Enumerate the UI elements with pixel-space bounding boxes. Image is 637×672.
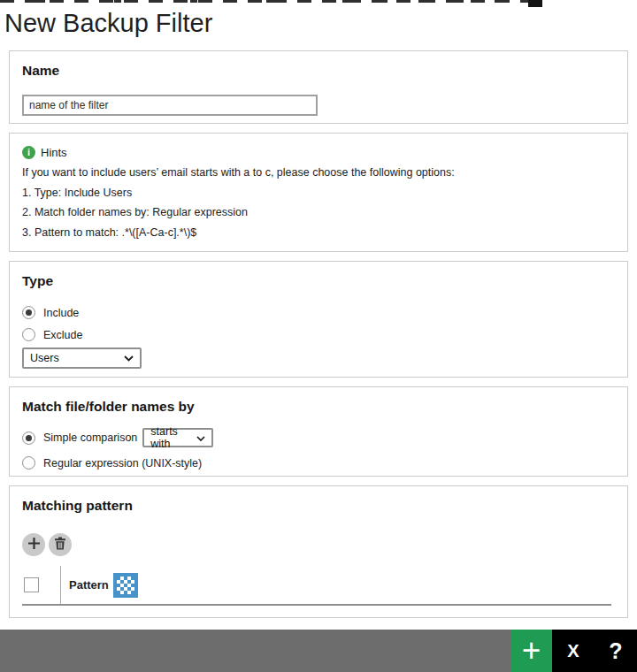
trash-icon	[54, 537, 66, 553]
clipped-content-strip	[0, 0, 541, 3]
hint-line: 1. Type: Include Users	[22, 187, 615, 199]
type-section: Type Include Exclude Users	[9, 261, 628, 378]
footer-close-button[interactable]: X	[560, 630, 587, 672]
simple-comparison-label: Simple comparison	[43, 431, 137, 444]
regular-expression-label: Regular expression (UNIX-style)	[43, 457, 202, 470]
footer-add-button[interactable]: +	[510, 630, 552, 672]
radio-unselected-icon	[22, 456, 35, 470]
footer-bar: + X ?	[0, 630, 637, 672]
radio-unselected-icon	[22, 328, 35, 341]
checkered-pattern-icon	[113, 573, 138, 598]
match-names-section: Match file/folder names by Simple compar…	[9, 386, 628, 477]
matching-pattern-heading: Matching pattern	[22, 498, 615, 514]
comparison-select-value: starts with	[150, 425, 196, 450]
select-all-checkbox[interactable]	[24, 577, 39, 592]
delete-pattern-button[interactable]	[49, 533, 72, 556]
pattern-column-header: Pattern	[69, 578, 109, 592]
chevron-down-icon	[124, 352, 134, 364]
add-pattern-button[interactable]	[22, 533, 45, 556]
form-sections: Name i Hints If you want to include user…	[0, 50, 637, 618]
pattern-toolbar	[22, 533, 615, 556]
matching-pattern-section: Matching pattern	[9, 485, 628, 618]
radio-exclude[interactable]: Exclude	[22, 328, 615, 341]
plus-icon	[27, 537, 41, 553]
chevron-down-icon	[196, 431, 205, 444]
hints-header: i Hints	[22, 146, 615, 159]
hints-heading: Hints	[41, 146, 67, 159]
type-target-select-value: Users	[30, 352, 59, 364]
match-section-heading: Match file/folder names by	[22, 399, 615, 415]
pattern-table-header-row: Pattern	[22, 566, 611, 606]
footer-black-group: X ?	[552, 630, 637, 672]
comparison-select[interactable]: starts with	[142, 428, 213, 447]
radio-include-label: Include	[43, 307, 79, 319]
radio-regular-expression[interactable]: Regular expression (UNIX-style)	[22, 456, 615, 470]
name-section: Name	[9, 50, 628, 124]
footer-help-button[interactable]: ?	[602, 630, 629, 672]
type-section-heading: Type	[22, 273, 615, 289]
hint-line: 3. Pattern to match: .*\([A-Ca-c].*\)$	[22, 227, 615, 239]
radio-include[interactable]: Include	[22, 306, 615, 319]
hint-line: 2. Match folder names by: Regular expres…	[22, 207, 615, 218]
radio-exclude-label: Exclude	[43, 329, 82, 341]
radio-selected-icon	[22, 306, 35, 319]
column-divider	[60, 566, 61, 604]
name-section-heading: Name	[22, 63, 615, 79]
hints-section: i Hints If you want to include users’ em…	[9, 133, 628, 252]
hint-line: If you want to include users’ email star…	[22, 167, 615, 179]
radio-simple-comparison[interactable]	[22, 431, 35, 445]
type-target-select[interactable]: Users	[22, 347, 142, 369]
filter-name-input[interactable]	[22, 95, 318, 116]
clipped-content-block	[528, 0, 542, 7]
radio-selected-icon	[22, 431, 35, 445]
info-icon: i	[22, 146, 35, 159]
